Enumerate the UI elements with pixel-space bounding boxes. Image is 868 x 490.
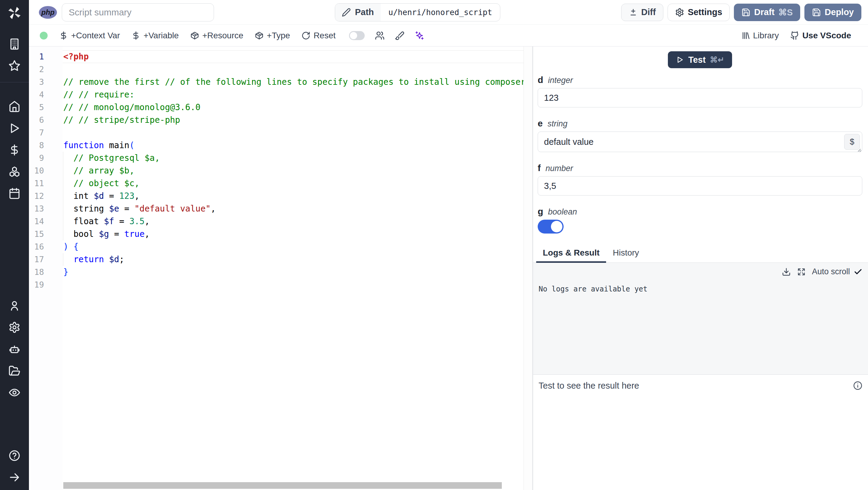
code-line[interactable]: return $d; [63,253,524,266]
multiplayer-users-icon[interactable] [375,31,384,40]
sidebar-item-users[interactable] [8,299,21,312]
add-resource-button[interactable]: +Resource [190,31,243,40]
ai-sparkles-icon[interactable] [415,31,424,40]
use-vscode-button[interactable]: Use VScode [790,31,851,40]
sidebar-item-help[interactable] [8,449,21,462]
field-d-type: integer [548,76,573,85]
calendar-icon [8,188,21,199]
code-line[interactable]: // // stripe/stripe-php [63,114,524,126]
add-context-var-button[interactable]: +Context Var [59,31,120,40]
panel-tabs: Logs & Result History [533,244,868,263]
sidebar-item-favorites[interactable] [8,59,21,73]
test-button[interactable]: Test ⌘↵ [668,51,732,68]
expand-icon[interactable] [797,267,806,277]
field-g-toggle[interactable] [538,220,564,234]
code-line[interactable]: ) { [63,240,524,253]
sidebar-item-folders[interactable] [8,364,21,377]
windmill-logo[interactable] [6,5,23,21]
sidebar-item-home[interactable] [8,100,21,113]
path-widget[interactable]: Path u/henri/honored_script [335,3,500,22]
field-g: g boolean [538,206,862,234]
line-number: 9 [29,152,63,165]
line-number: 1 [29,50,63,63]
code-line[interactable]: function main( [63,139,524,152]
code-line[interactable]: int $d = 123, [63,190,524,202]
path-label: Path [355,7,374,17]
code-line[interactable]: // remove the first // of the following … [63,76,524,88]
code-line[interactable]: // // require: [63,88,524,101]
field-e: e string $ [538,118,862,152]
field-f-input[interactable] [538,176,862,196]
code-line[interactable] [63,126,524,139]
line-number: 14 [29,215,63,228]
code-line[interactable]: // Postgresql $a, [63,152,524,165]
code-line[interactable]: // // monolog/monolog@3.6.0 [63,101,524,114]
check-icon [854,267,863,277]
multiplayer-toggle[interactable] [349,31,365,40]
sidebar-item-runs[interactable] [8,122,21,135]
deploy-button[interactable]: Deploy [804,4,861,21]
draft-button[interactable]: Draft ⌘S [734,4,800,21]
top-bar: php Path u/henri/honored_script Diff [29,0,868,25]
indent-guide [63,202,63,215]
indent-guide [63,253,63,266]
format-brush-icon[interactable] [395,31,404,40]
boxes-icon [8,166,21,178]
line-number: 12 [29,190,63,202]
editor-toolbar: +Context Var +Variable +Resource +Type R… [29,25,868,47]
horizontal-scrollbar[interactable] [63,482,502,489]
gutter: 12345678910111213141516171819 [29,47,63,490]
indent-guide [63,215,63,228]
help-circle-icon [8,450,21,462]
code-line[interactable]: <?php [63,50,524,63]
add-type-button[interactable]: +Type [255,31,290,40]
line-number: 11 [29,177,63,190]
resize-handle[interactable] [857,147,861,151]
sidebar-item-workers[interactable] [8,342,21,356]
code-line[interactable] [63,279,524,291]
code-line[interactable]: // object $c, [63,177,524,190]
reset-button[interactable]: Reset [301,31,336,40]
tab-logs-result[interactable]: Logs & Result [536,244,606,263]
sidebar-item-schedules[interactable] [8,187,21,200]
plus-minus-icon [629,8,638,17]
test-shortcut: ⌘↵ [710,55,724,64]
line-number: 5 [29,101,63,114]
script-summary-input[interactable] [62,3,214,22]
add-context-var-label: +Context Var [71,31,120,40]
package-icon [255,31,264,40]
preview-panel: Test ⌘↵ d integer e [533,47,868,490]
status-dot [40,32,48,39]
diff-button[interactable]: Diff [621,4,663,21]
code-lines[interactable]: <?php// remove the first // of the follo… [63,47,524,490]
sidebar-item-audit-logs[interactable] [8,386,21,399]
code-line[interactable] [63,63,524,76]
code-line[interactable]: bool $g = true, [63,228,524,240]
code-editor[interactable]: 12345678910111213141516171819 <?php// re… [29,47,532,490]
auto-scroll-toggle[interactable]: Auto scroll [812,267,863,277]
add-variable-button[interactable]: +Variable [131,31,179,40]
code-line[interactable]: string $e = "default value", [63,202,524,215]
sidebar-item-variables[interactable] [8,143,21,156]
info-icon[interactable] [853,381,863,391]
code-line[interactable]: float $f = 3.5, [63,215,524,228]
building-icon [8,38,21,50]
code-line[interactable]: } [63,266,524,279]
result-panel: Test to see the result here [533,375,868,490]
add-resource-label: +Resource [202,31,243,40]
field-d: d integer [538,75,862,108]
folder-open-icon [8,365,21,377]
field-d-input[interactable] [538,88,862,108]
sidebar-item-settings[interactable] [8,321,21,334]
field-e-input[interactable] [538,132,835,152]
settings-button[interactable]: Settings [668,4,730,21]
sidebar-item-resources[interactable] [8,165,21,178]
sidebar-item-workspace[interactable] [8,37,21,51]
download-icon[interactable] [782,267,791,277]
library-button[interactable]: Library [741,31,779,40]
tab-history[interactable]: History [606,244,646,263]
code-line[interactable]: // array $b, [63,165,524,177]
field-f: f number [538,163,862,196]
sidebar-expand-button[interactable] [8,471,21,484]
minimap[interactable] [524,47,532,490]
